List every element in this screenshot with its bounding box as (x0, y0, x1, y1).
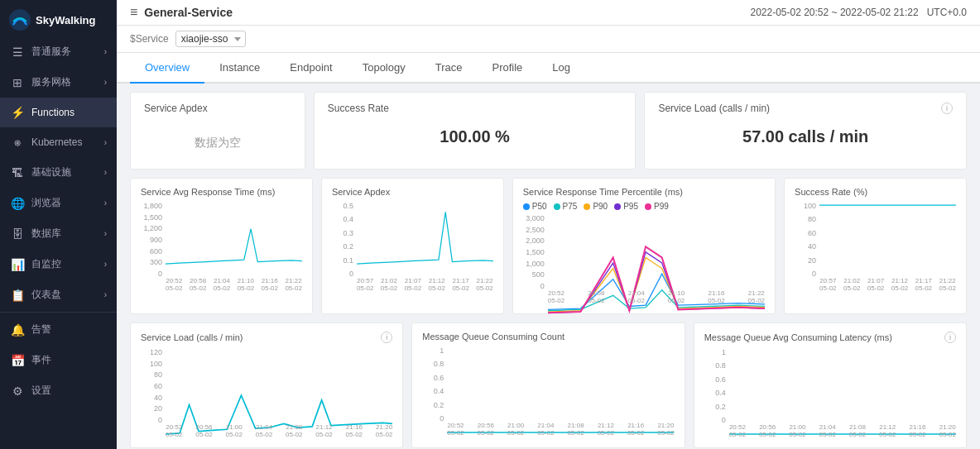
page-title: General-Service (144, 6, 233, 19)
chart-area: 3,000 2,500 2,000 1,500 1,000 500 0 (523, 214, 765, 305)
sidebar-item-settings[interactable]: ⚙ 设置 (0, 375, 117, 406)
sidebar-item-browser[interactable]: 🌐 浏览器 › (0, 188, 117, 218)
legend-p50: P50 (523, 202, 547, 211)
menu-icon: ☰ (10, 45, 25, 59)
topbar-right: 2022-05-02 20:52 ~ 2022-05-02 21:22 UTC+… (750, 7, 967, 18)
tab-trace[interactable]: Trace (420, 53, 478, 84)
x-axis: 20:5205-02 20:5605-02 21:0005-02 21:0405… (166, 423, 392, 439)
sidebar-item-database[interactable]: 🗄 数据库 › (0, 218, 117, 249)
legend-p95: P95 (614, 202, 638, 211)
info-icon[interactable]: i (941, 103, 953, 114)
chart-title: Service Avg Response Time (ms) (141, 187, 302, 197)
alert-icon: 🔔 (10, 323, 25, 337)
chart-area: 1 0.8 0.6 0.4 0.2 0 20:5205-02 20:5605-0… (422, 346, 674, 437)
service-load-chart-card: Service Load (calls / min) i 120 100 80 … (130, 322, 403, 448)
browser-icon: 🌐 (10, 197, 25, 210)
info-icon[interactable]: i (381, 332, 392, 343)
menu-toggle-icon[interactable]: ≡ (130, 5, 137, 20)
line-chart-svg (447, 346, 674, 433)
sidebar-item-service-mesh[interactable]: ⊞ 服务网格 › (0, 67, 117, 98)
success-rate-chart: Success Rate (%) 100 80 60 40 20 0 (784, 178, 967, 314)
chart-title: Service Apdex (332, 187, 493, 197)
chevron-icon: › (104, 47, 107, 56)
sidebar-item-functions[interactable]: ⚡ Functions (0, 98, 117, 127)
sidebar-item-general-service[interactable]: ☰ 普通服务 › (0, 36, 117, 67)
chart-area: 0.5 0.4 0.3 0.2 0.1 0 20:5705-02 21:0205… (332, 202, 493, 293)
sidebar-item-label: Kubernetes (31, 136, 98, 148)
chart-title: Service Response Time Percentile (ms) (523, 187, 765, 197)
dashboard-icon: 📋 (10, 289, 25, 302)
legend-dot-p50 (523, 203, 530, 210)
tab-endpoint[interactable]: Endpoint (275, 53, 347, 84)
stat-title: Service Load (calls / min) i (658, 103, 953, 114)
tab-overview[interactable]: Overview (130, 53, 204, 84)
chart-title: Message Queue Avg Consuming Latency (ms)… (704, 332, 956, 343)
sidebar-item-kubernetes[interactable]: ⎈ Kubernetes › (0, 127, 117, 157)
tab-profile[interactable]: Profile (477, 53, 537, 84)
content-area: Service Apdex 数据为空 Success Rate 100.00 %… (117, 84, 980, 449)
line-chart-svg (357, 202, 493, 265)
sidebar-item-label: 数据库 (31, 227, 98, 241)
legend-dot-p90 (584, 203, 590, 210)
legend-p90: P90 (584, 202, 608, 211)
sidebar-item-label: 服务网格 (31, 75, 98, 89)
chevron-icon: › (104, 78, 107, 87)
tab-log[interactable]: Log (537, 53, 585, 84)
line-chart-svg (166, 202, 302, 265)
message-queue-count-chart: Message Queue Consuming Count 1 0.8 0.6 … (411, 322, 685, 448)
topbar: ≡ General-Service 2022-05-02 20:52 ~ 202… (117, 0, 980, 26)
x-axis: 20:5705-02 21:0205-02 21:0705-02 21:1205… (819, 277, 956, 293)
service-load-card: Service Load (calls / min) i 57.00 calls… (644, 92, 967, 170)
legend-p75: P75 (554, 202, 578, 211)
line-chart-svg (166, 348, 392, 435)
sidebar-item-label: 基础设施 (31, 165, 98, 179)
legend-p99: P99 (645, 202, 669, 211)
avg-response-time-chart: Service Avg Response Time (ms) 1,800 1,5… (130, 178, 313, 314)
x-axis: 20:5205-02 20:5805-02 21:0405-02 21:1005… (548, 289, 765, 305)
service-bar: $Service xiaojie-sso (117, 26, 980, 53)
y-axis: 100 80 60 40 20 0 (795, 202, 819, 278)
service-apdex-chart: Service Apdex 0.5 0.4 0.3 0.2 0.1 0 (321, 178, 504, 314)
sidebar-logo-text: SkyWalking (36, 14, 95, 26)
chart-title: Success Rate (%) (795, 187, 956, 197)
sidebar-item-infrastructure[interactable]: 🏗 基础设施 › (0, 157, 117, 188)
line-chart-svg (729, 348, 956, 435)
sidebar-item-dashboard[interactable]: 📋 仪表盘 › (0, 279, 117, 310)
tab-instance[interactable]: Instance (204, 53, 275, 84)
sidebar-item-label: 事件 (31, 353, 107, 367)
topbar-left: ≡ General-Service (130, 5, 233, 20)
kubernetes-icon: ⎈ (10, 136, 25, 149)
sidebar-item-alert[interactable]: 🔔 告警 (0, 314, 117, 345)
sidebar-item-self-monitor[interactable]: 📊 自监控 › (0, 249, 117, 279)
chart-area: 100 80 60 40 20 0 20:5705-02 21:0205-02 … (795, 202, 956, 293)
settings-icon: ⚙ (10, 385, 25, 398)
chevron-icon: › (104, 260, 107, 269)
chart-title: Service Load (calls / min) i (141, 332, 392, 343)
chevron-icon: › (104, 168, 107, 177)
function-icon: ⚡ (10, 106, 25, 119)
y-axis: 1 0.8 0.6 0.4 0.2 0 (422, 346, 447, 423)
x-axis: 20:5205-02 20:5605-02 21:0005-02 21:0405… (729, 423, 956, 439)
sidebar-item-label: 自监控 (31, 257, 98, 271)
y-axis: 120 100 80 60 40 20 0 (141, 348, 166, 424)
chart-area: 1 0.8 0.6 0.4 0.2 0 20:5205-02 20:5605-0… (704, 348, 956, 439)
grid-icon: ⊞ (10, 76, 25, 89)
message-queue-latency-chart: Message Queue Avg Consuming Latency (ms)… (694, 322, 967, 448)
service-select[interactable]: xiaojie-sso (175, 31, 246, 47)
sidebar-item-event[interactable]: 📅 事件 (0, 345, 117, 375)
service-apdex-card: Service Apdex 数据为空 (130, 92, 305, 170)
service-label: $Service (130, 33, 169, 45)
legend-dot-p75 (554, 203, 560, 210)
stat-value: 57.00 calls / min (658, 127, 953, 146)
timezone: UTC+0.0 (927, 7, 967, 18)
chart-legend: P50 P75 P90 P95 (523, 202, 765, 211)
info-icon[interactable]: i (944, 332, 956, 343)
tab-topology[interactable]: Topology (348, 53, 420, 84)
line-chart-svg (819, 202, 956, 265)
stat-title: Service Apdex (144, 103, 291, 114)
chevron-icon: › (104, 138, 107, 147)
datetime-range[interactable]: 2022-05-02 20:52 ~ 2022-05-02 21:22 (750, 7, 918, 18)
sidebar-item-label: 浏览器 (31, 196, 98, 210)
chevron-icon: › (104, 198, 107, 208)
stat-empty-value: 数据为空 (144, 127, 291, 159)
